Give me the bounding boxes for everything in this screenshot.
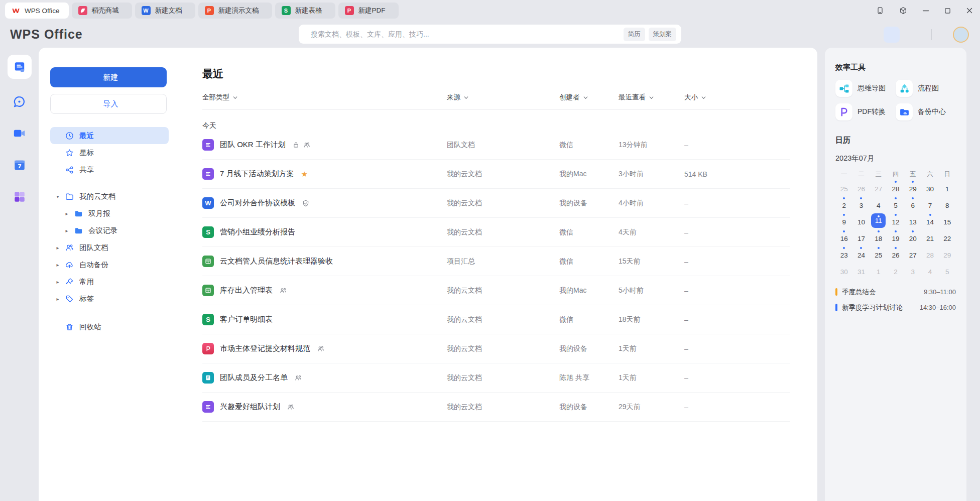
sidebar-item-我的云文档[interactable]: ▾我的云文档	[50, 188, 169, 205]
apps-grid-button[interactable]	[884, 27, 900, 43]
calendar-day[interactable]: 19	[887, 228, 904, 245]
minimize-button[interactable]	[922, 7, 929, 14]
calendar-day[interactable]: 15	[939, 212, 956, 228]
calendar-day[interactable]: 29	[939, 245, 956, 262]
calendar-day[interactable]: 25	[835, 179, 852, 195]
calendar-day[interactable]: 5	[887, 195, 904, 212]
calendar-day[interactable]: 23	[835, 245, 852, 262]
filter-创建者[interactable]: 创建者	[559, 93, 619, 102]
tool-思维导图[interactable]: 思维导图	[835, 80, 896, 97]
calendar-day[interactable]: 3	[852, 195, 870, 212]
calendar-day[interactable]: 2	[887, 262, 904, 278]
new-document-button[interactable]: 新建	[50, 67, 167, 87]
calendar-day[interactable]: 9	[835, 212, 852, 228]
caret-right-icon[interactable]: ▸	[54, 296, 61, 302]
package-button[interactable]	[899, 7, 907, 15]
calendar-event[interactable]: 新季度学习计划讨论14:30–16:00	[835, 300, 956, 315]
filter-来源[interactable]: 来源	[447, 93, 559, 102]
calendar-day[interactable]: 16	[835, 228, 852, 245]
file-row[interactable]: W公司对外合作协议模板我的云文档我的设备4小时前–	[202, 189, 790, 218]
calendar-day[interactable]: 18	[870, 228, 887, 245]
file-row[interactable]: S营销小组业绩分析报告我的云文档微信4天前–	[202, 218, 790, 247]
calendar-day[interactable]: 20	[904, 228, 921, 245]
import-button[interactable]: 导入	[50, 94, 167, 114]
calendar-day[interactable]: 25	[870, 245, 887, 262]
rail-calendar-app[interactable]: 7	[13, 159, 26, 174]
filter-大小[interactable]: 大小	[684, 93, 790, 102]
global-search-bar[interactable]: 简历策划案	[299, 25, 681, 44]
sidebar-item-自动备份[interactable]: ▸自动备份	[50, 256, 169, 273]
calendar-day[interactable]: 4	[921, 262, 938, 278]
tab-WPS Office[interactable]: WPS Office	[5, 3, 69, 19]
calendar-day[interactable]: 21	[921, 228, 938, 245]
file-row[interactable]: 市场主体登记提交材料规范我的云文档我的设备1天前–	[202, 334, 790, 363]
tab-稻壳商城[interactable]: 稻壳商城	[72, 3, 132, 19]
calendar-day[interactable]: 31	[852, 262, 870, 278]
file-row[interactable]: 兴趣爱好组队计划我的云文档我的设备29天前–	[202, 393, 790, 422]
sidebar-item-常用[interactable]: ▸常用	[50, 273, 169, 290]
sidebar-item-团队文档[interactable]: ▸团队文档	[50, 239, 169, 256]
calendar-day[interactable]: 29	[904, 179, 921, 195]
calendar-day[interactable]: 3	[904, 262, 921, 278]
calendar-day-selected[interactable]: 11	[870, 212, 887, 228]
calendar-day[interactable]: 17	[852, 228, 870, 245]
calendar-day[interactable]: 13	[904, 212, 921, 228]
calendar-day[interactable]: 4	[870, 195, 887, 212]
calendar-day[interactable]: 14	[921, 212, 938, 228]
filter-最近查看[interactable]: 最近查看	[619, 93, 684, 102]
search-tag-简历[interactable]: 简历	[624, 28, 645, 41]
sidebar-item-回收站[interactable]: 回收站	[50, 318, 169, 335]
maximize-button[interactable]	[944, 8, 951, 14]
close-button[interactable]	[966, 7, 973, 14]
device-preview-button[interactable]	[876, 7, 884, 15]
calendar-day[interactable]: 7	[921, 195, 938, 212]
calendar-day[interactable]: 28	[921, 245, 938, 262]
caret-right-icon[interactable]: ▸	[54, 262, 61, 268]
search-input[interactable]	[311, 30, 620, 38]
tab-新建PDF[interactable]: P新建PDF	[338, 3, 399, 19]
calendar-day[interactable]: 1	[939, 179, 956, 195]
file-row[interactable]: 库存出入管理表我的云文档我的Mac5小时前–	[202, 276, 790, 305]
caret-right-icon[interactable]: ▸	[63, 228, 70, 233]
calendar-day[interactable]: 12	[887, 212, 904, 228]
rail-meeting[interactable]	[13, 127, 26, 142]
file-row[interactable]: 7 月线下活动策划方案★我的云文档我的Mac3小时前514 KB	[202, 160, 790, 189]
file-row[interactable]: 团队 OKR 工作计划团队文档微信13分钟前–	[202, 131, 790, 160]
calendar-day[interactable]: 26	[852, 179, 870, 195]
calendar-day[interactable]: 24	[852, 245, 870, 262]
tab-新建演示文稿[interactable]: P新建演示文稿	[198, 3, 272, 19]
calendar-day[interactable]: 27	[904, 245, 921, 262]
file-row[interactable]: 团队成员及分工名单我的云文档陈旭 共享1天前–	[202, 363, 790, 393]
tool-流程图[interactable]: 流程图	[896, 80, 956, 97]
calendar-event[interactable]: 季度总结会9:30–11:00	[835, 284, 956, 300]
sidebar-item-星标[interactable]: 星标	[50, 144, 169, 161]
caret-right-icon[interactable]: ▸	[54, 245, 61, 250]
tab-新建文档[interactable]: W新建文档	[135, 3, 195, 19]
sidebar-item-共享[interactable]: 共享	[50, 161, 169, 178]
file-row[interactable]: 云文档管人员信息统计表理器验收项目汇总微信15天前–	[202, 247, 790, 276]
filter-全部类型[interactable]: 全部类型	[202, 93, 447, 102]
calendar-day[interactable]: 2	[835, 195, 852, 212]
rail-apps-purple[interactable]	[13, 190, 26, 205]
tool-备份中心[interactable]: 备份中心	[896, 103, 956, 120]
rail-messages[interactable]	[13, 95, 26, 110]
file-row[interactable]: S客户订单明细表我的云文档微信18天前–	[202, 305, 790, 334]
rail-documents-home-active[interactable]	[8, 55, 32, 79]
sidebar-item-会议记录[interactable]: ▸会议记录	[50, 222, 169, 239]
tool-PDF转换[interactable]: PDF转换	[835, 103, 896, 120]
calendar-day[interactable]: 10	[852, 212, 870, 228]
calendar-day[interactable]: 8	[939, 195, 956, 212]
calendar-day[interactable]: 30	[835, 262, 852, 278]
calendar-day[interactable]: 22	[939, 228, 956, 245]
user-avatar[interactable]	[953, 27, 969, 43]
calendar-day[interactable]: 6	[904, 195, 921, 212]
sidebar-item-双月报[interactable]: ▸双月报	[50, 205, 169, 222]
calendar-day[interactable]: 1	[870, 262, 887, 278]
caret-right-icon[interactable]: ▸	[63, 211, 70, 216]
calendar-day[interactable]: 28	[887, 179, 904, 195]
tab-新建表格[interactable]: S新建表格	[275, 3, 335, 19]
calendar-day[interactable]: 30	[921, 179, 938, 195]
caret-right-icon[interactable]: ▸	[54, 279, 61, 285]
search-tag-策划案[interactable]: 策划案	[649, 28, 677, 41]
sidebar-item-最近[interactable]: 最近	[50, 127, 169, 144]
